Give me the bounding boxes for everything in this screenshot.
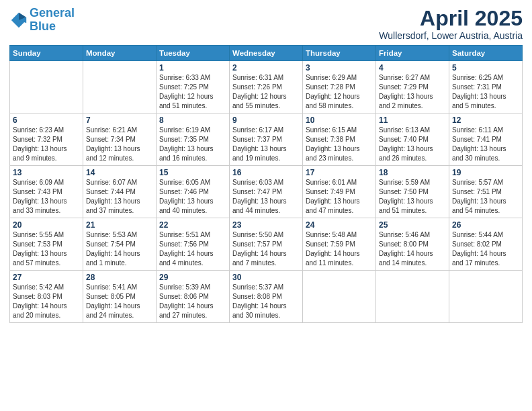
calendar-cell: 6Sunrise: 6:23 AMSunset: 7:32 PMDaylight…	[10, 113, 83, 166]
day-number: 11	[379, 116, 446, 125]
day-info: Sunrise: 6:25 AMSunset: 7:31 PMDaylight:…	[452, 73, 519, 111]
calendar-cell: 16Sunrise: 6:03 AMSunset: 7:47 PMDayligh…	[230, 166, 303, 218]
day-number: 21	[86, 220, 153, 230]
calendar-cell: 22Sunrise: 5:51 AMSunset: 7:56 PMDayligh…	[157, 218, 230, 271]
day-number: 19	[452, 168, 519, 177]
day-info: Sunrise: 5:53 AMSunset: 7:54 PMDaylight:…	[86, 230, 153, 268]
calendar-week-row: 13Sunrise: 6:09 AMSunset: 7:43 PMDayligh…	[10, 166, 523, 218]
logo-icon	[9, 11, 28, 30]
day-number: 25	[379, 220, 446, 230]
logo: General Blue	[9, 7, 75, 34]
month-title: April 2025	[379, 7, 523, 30]
calendar-cell: 8Sunrise: 6:19 AMSunset: 7:35 PMDaylight…	[157, 113, 230, 166]
calendar-cell: 25Sunrise: 5:46 AMSunset: 8:00 PMDayligh…	[376, 218, 449, 271]
day-number: 23	[232, 220, 300, 230]
day-number: 30	[232, 273, 300, 282]
day-info: Sunrise: 6:13 AMSunset: 7:40 PMDaylight:…	[379, 126, 446, 163]
calendar-cell: 1Sunrise: 6:33 AMSunset: 7:25 PMDaylight…	[157, 61, 230, 113]
day-info: Sunrise: 5:42 AMSunset: 8:03 PMDaylight:…	[13, 283, 80, 320]
calendar-cell: 20Sunrise: 5:55 AMSunset: 7:53 PMDayligh…	[10, 218, 83, 271]
day-number: 13	[13, 168, 80, 177]
day-info: Sunrise: 6:01 AMSunset: 7:49 PMDaylight:…	[306, 178, 373, 216]
day-number: 1	[159, 63, 226, 73]
day-info: Sunrise: 5:55 AMSunset: 7:53 PMDaylight:…	[13, 230, 80, 268]
day-number: 2	[232, 63, 300, 73]
day-number: 8	[159, 116, 226, 125]
calendar-cell: 4Sunrise: 6:27 AMSunset: 7:29 PMDaylight…	[376, 61, 449, 113]
day-info: Sunrise: 5:37 AMSunset: 8:08 PMDaylight:…	[232, 283, 300, 320]
day-info: Sunrise: 5:57 AMSunset: 7:51 PMDaylight:…	[452, 178, 519, 216]
calendar-cell: 17Sunrise: 6:01 AMSunset: 7:49 PMDayligh…	[303, 166, 376, 218]
calendar-cell	[376, 271, 449, 323]
day-number: 3	[306, 63, 373, 73]
calendar-cell: 29Sunrise: 5:39 AMSunset: 8:06 PMDayligh…	[157, 271, 230, 323]
day-info: Sunrise: 6:03 AMSunset: 7:47 PMDaylight:…	[232, 178, 300, 216]
calendar-cell	[303, 271, 376, 323]
calendar-cell: 2Sunrise: 6:31 AMSunset: 7:26 PMDaylight…	[230, 61, 303, 113]
calendar-cell: 10Sunrise: 6:15 AMSunset: 7:38 PMDayligh…	[303, 113, 376, 166]
day-info: Sunrise: 5:44 AMSunset: 8:02 PMDaylight:…	[452, 230, 519, 268]
calendar-body: 1Sunrise: 6:33 AMSunset: 7:25 PMDaylight…	[10, 61, 523, 323]
day-info: Sunrise: 6:19 AMSunset: 7:35 PMDaylight:…	[159, 126, 226, 163]
day-info: Sunrise: 5:51 AMSunset: 7:56 PMDaylight:…	[159, 230, 226, 268]
day-info: Sunrise: 6:11 AMSunset: 7:41 PMDaylight:…	[452, 126, 519, 163]
calendar-cell: 5Sunrise: 6:25 AMSunset: 7:31 PMDaylight…	[449, 61, 523, 113]
calendar-week-row: 6Sunrise: 6:23 AMSunset: 7:32 PMDaylight…	[10, 113, 523, 166]
day-number: 27	[13, 273, 80, 282]
day-number: 20	[13, 220, 80, 230]
day-number: 29	[159, 273, 226, 282]
day-number: 14	[86, 168, 153, 177]
day-number: 17	[306, 168, 373, 177]
day-info: Sunrise: 5:48 AMSunset: 7:59 PMDaylight:…	[306, 230, 373, 268]
calendar-cell: 28Sunrise: 5:41 AMSunset: 8:05 PMDayligh…	[83, 271, 157, 323]
day-number: 28	[86, 273, 153, 282]
calendar-week-row: 27Sunrise: 5:42 AMSunset: 8:03 PMDayligh…	[10, 271, 523, 323]
day-info: Sunrise: 6:29 AMSunset: 7:28 PMDaylight:…	[306, 73, 373, 111]
day-info: Sunrise: 5:46 AMSunset: 8:00 PMDaylight:…	[379, 230, 446, 268]
calendar-cell: 18Sunrise: 5:59 AMSunset: 7:50 PMDayligh…	[376, 166, 449, 218]
day-info: Sunrise: 6:23 AMSunset: 7:32 PMDaylight:…	[13, 126, 80, 163]
calendar-cell: 24Sunrise: 5:48 AMSunset: 7:59 PMDayligh…	[303, 218, 376, 271]
day-info: Sunrise: 6:07 AMSunset: 7:44 PMDaylight:…	[86, 178, 153, 216]
location-title: Wullersdorf, Lower Austria, Austria	[379, 30, 523, 41]
calendar-cell: 12Sunrise: 6:11 AMSunset: 7:41 PMDayligh…	[449, 113, 523, 166]
header-monday: Monday	[83, 46, 157, 61]
logo-blue: Blue	[30, 19, 56, 33]
calendar-cell	[10, 61, 83, 113]
day-number: 16	[232, 168, 300, 177]
header-saturday: Saturday	[449, 46, 523, 61]
day-info: Sunrise: 5:41 AMSunset: 8:05 PMDaylight:…	[86, 283, 153, 320]
calendar-week-row: 1Sunrise: 6:33 AMSunset: 7:25 PMDaylight…	[10, 61, 523, 113]
day-number: 4	[379, 63, 446, 73]
calendar-cell: 19Sunrise: 5:57 AMSunset: 7:51 PMDayligh…	[449, 166, 523, 218]
calendar-week-row: 20Sunrise: 5:55 AMSunset: 7:53 PMDayligh…	[10, 218, 523, 271]
header-friday: Friday	[376, 46, 449, 61]
header-thursday: Thursday	[303, 46, 376, 61]
day-number: 7	[86, 116, 153, 125]
header-sunday: Sunday	[10, 46, 83, 61]
calendar-cell: 9Sunrise: 6:17 AMSunset: 7:37 PMDaylight…	[230, 113, 303, 166]
page: General Blue April 2025 Wullersdorf, Low…	[0, 0, 532, 411]
logo-text: General Blue	[30, 7, 75, 34]
day-number: 18	[379, 168, 446, 177]
calendar-cell: 3Sunrise: 6:29 AMSunset: 7:28 PMDaylight…	[303, 61, 376, 113]
day-info: Sunrise: 6:21 AMSunset: 7:34 PMDaylight:…	[86, 126, 153, 163]
day-info: Sunrise: 5:50 AMSunset: 7:57 PMDaylight:…	[232, 230, 300, 268]
day-number: 10	[306, 116, 373, 125]
calendar-table: Sunday Monday Tuesday Wednesday Thursday…	[9, 45, 523, 323]
day-number: 22	[159, 220, 226, 230]
day-info: Sunrise: 6:15 AMSunset: 7:38 PMDaylight:…	[306, 126, 373, 163]
calendar-cell: 11Sunrise: 6:13 AMSunset: 7:40 PMDayligh…	[376, 113, 449, 166]
day-info: Sunrise: 6:17 AMSunset: 7:37 PMDaylight:…	[232, 126, 300, 163]
calendar-cell: 14Sunrise: 6:07 AMSunset: 7:44 PMDayligh…	[83, 166, 157, 218]
day-info: Sunrise: 6:33 AMSunset: 7:25 PMDaylight:…	[159, 73, 226, 111]
day-number: 12	[452, 116, 519, 125]
day-info: Sunrise: 5:59 AMSunset: 7:50 PMDaylight:…	[379, 178, 446, 216]
header-wednesday: Wednesday	[230, 46, 303, 61]
day-info: Sunrise: 6:31 AMSunset: 7:26 PMDaylight:…	[232, 73, 300, 111]
day-number: 9	[232, 116, 300, 125]
header-tuesday: Tuesday	[157, 46, 230, 61]
day-number: 26	[452, 220, 519, 230]
calendar-header: Sunday Monday Tuesday Wednesday Thursday…	[10, 46, 523, 61]
calendar-cell: 13Sunrise: 6:09 AMSunset: 7:43 PMDayligh…	[10, 166, 83, 218]
